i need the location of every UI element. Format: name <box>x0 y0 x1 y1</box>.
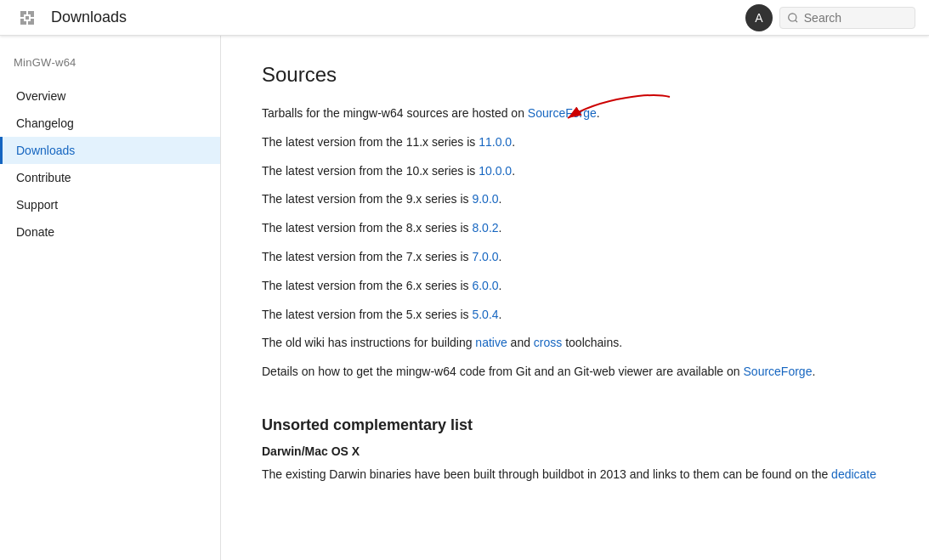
sidebar: MinGW-w64 Overview Changelog Downloads C… <box>0 36 221 560</box>
svg-line-7 <box>796 20 797 21</box>
logo <box>14 4 41 31</box>
sidebar-item-donate[interactable]: Donate <box>0 218 220 246</box>
search-box[interactable] <box>779 7 915 29</box>
version-10: The latest version from the 10.x series … <box>262 161 888 182</box>
sidebar-item-contribute[interactable]: Contribute <box>0 164 220 191</box>
top-header: Downloads A <box>0 0 929 36</box>
darwin-title: Darwin/Mac OS X <box>262 444 888 458</box>
version-5-link[interactable]: 5.0.4 <box>472 308 498 321</box>
para-sourceforge: Tarballs for the mingw-w64 sources are h… <box>262 104 888 124</box>
git-para: Details on how to get the mingw-w64 code… <box>262 362 888 382</box>
sources-title: Sources <box>262 63 888 87</box>
complementary-section: Unsorted complementary list Darwin/Mac O… <box>262 416 888 485</box>
sidebar-brand: MinGW-w64 <box>0 53 220 82</box>
sidebar-item-overview[interactable]: Overview <box>0 82 220 110</box>
dedicate-link[interactable]: dedicate <box>831 467 876 481</box>
version-6-link[interactable]: 6.0.0 <box>472 279 498 292</box>
native-link[interactable]: native <box>475 336 507 349</box>
header-actions: A <box>745 4 915 31</box>
theme-toggle-button[interactable]: A <box>745 4 773 31</box>
main-content: Sources Tarballs for the mingw-w64 sourc… <box>221 36 929 560</box>
svg-point-6 <box>789 13 796 20</box>
version-10-link[interactable]: 10.0.0 <box>479 164 512 178</box>
cross-link[interactable]: cross <box>534 336 562 349</box>
version-7-link[interactable]: 7.0.0 <box>472 250 498 263</box>
version-8: The latest version from the 8.x series i… <box>262 218 888 239</box>
sourceforge-link[interactable]: SourceForge <box>528 106 597 120</box>
version-7: The latest version from the 7.x series i… <box>262 247 888 268</box>
version-8-link[interactable]: 8.0.2 <box>472 221 498 235</box>
version-11-link[interactable]: 11.0.0 <box>479 135 512 149</box>
search-icon <box>787 11 799 25</box>
sidebar-item-support[interactable]: Support <box>0 191 220 218</box>
wiki-para: The old wiki has instructions for buildi… <box>262 333 888 354</box>
git-sourceforge-link[interactable]: SourceForge <box>744 365 813 378</box>
version-11: The latest version from the 11.x series … <box>262 133 888 153</box>
search-input[interactable] <box>804 11 908 25</box>
version-9: The latest version from the 9.x series i… <box>262 189 888 210</box>
layout: MinGW-w64 Overview Changelog Downloads C… <box>0 36 929 560</box>
version-5: The latest version from the 5.x series i… <box>262 305 888 325</box>
darwin-para: The existing Darwin binaries have been b… <box>262 465 888 485</box>
svg-rect-5 <box>25 16 29 20</box>
page-title: Downloads <box>51 8 745 26</box>
sourceforge-para: Tarballs for the mingw-w64 sources are h… <box>262 104 888 124</box>
sidebar-item-changelog[interactable]: Changelog <box>0 110 220 137</box>
version-9-link[interactable]: 9.0.0 <box>472 192 498 206</box>
complementary-title: Unsorted complementary list <box>262 416 888 434</box>
version-6: The latest version from the 6.x series i… <box>262 276 888 297</box>
sidebar-item-downloads[interactable]: Downloads <box>0 137 220 164</box>
